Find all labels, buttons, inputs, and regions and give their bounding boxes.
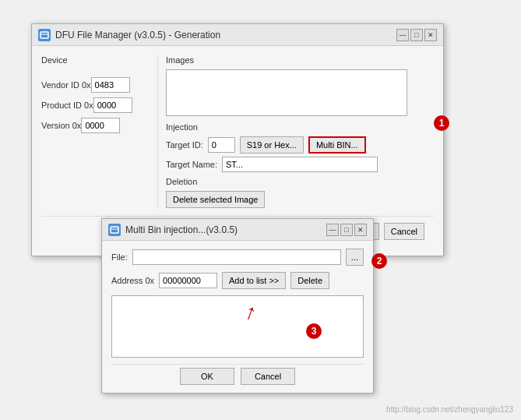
multi-window-title: Multi Bin injection...(v3.0.5)	[125, 224, 322, 235]
add-to-list-button[interactable]: Add to list >>	[222, 272, 286, 289]
badge-1: 1	[434, 115, 449, 131]
browse-button[interactable]: ...	[346, 249, 364, 266]
target-id-row: Target ID: S19 or Hex... Multi BIN...	[166, 136, 434, 154]
vendor-id-row: Vendor ID 0x	[41, 77, 150, 93]
badge-3: 3	[306, 323, 322, 339]
main-close-button[interactable]: ✕	[424, 29, 437, 41]
target-name-row: Target Name:	[166, 157, 434, 172]
delete-selected-button[interactable]: Delete selected Image	[166, 191, 265, 208]
watermark: http://blog.csdn.net/zhengyangliu123	[386, 405, 513, 414]
vendor-id-input[interactable]	[91, 77, 130, 93]
multi-window-content: File: ... Address 0x Add to list >> Dele…	[102, 241, 373, 393]
main-maximize-button[interactable]: □	[410, 29, 423, 41]
multi-close-button[interactable]: ✕	[354, 224, 367, 236]
right-section: Images Injection Target ID: S19 or Hex..…	[166, 55, 434, 208]
main-cancel-button[interactable]: Cancel	[384, 223, 424, 240]
injection-label: Injection	[166, 122, 434, 132]
address-input[interactable]	[159, 273, 217, 288]
svg-rect-0	[40, 32, 48, 38]
target-name-input[interactable]	[222, 157, 378, 172]
multi-bottom-buttons: OK Cancel	[111, 364, 364, 385]
images-label: Images	[166, 55, 434, 65]
address-row: Address 0x Add to list >> Delete	[111, 272, 364, 289]
multi-minimize-button[interactable]: —	[326, 224, 339, 236]
multi-window-icon	[108, 224, 121, 236]
file-input[interactable]	[132, 249, 341, 265]
main-window-title: DFU File Manager (v3.0.5) - Generation	[55, 30, 392, 41]
multi-maximize-button[interactable]: □	[340, 224, 353, 236]
version-row: Version 0x	[41, 118, 150, 133]
main-window-controls: — □ ✕	[396, 29, 437, 41]
delete-button[interactable]: Delete	[290, 272, 329, 289]
multi-title-bar: Multi Bin injection...(v3.0.5) — □ ✕	[102, 219, 373, 241]
product-id-row: Product ID 0x	[41, 97, 150, 113]
target-id-input[interactable]	[208, 137, 235, 153]
main-layout: Device Vendor ID 0x Product ID 0x Versio…	[41, 55, 434, 208]
device-label: Device	[41, 55, 150, 65]
ok-button[interactable]: OK	[180, 368, 234, 385]
deletion-row: Delete selected Image	[166, 191, 434, 208]
multi-window: Multi Bin injection...(v3.0.5) — □ ✕ Fil…	[101, 218, 374, 394]
target-name-label: Target Name:	[166, 160, 217, 169]
product-id-input[interactable]	[93, 97, 132, 113]
main-title-bar: DFU File Manager (v3.0.5) - Generation —…	[32, 24, 443, 46]
vendor-id-label: Vendor ID 0x	[41, 80, 91, 90]
version-label: Version 0x	[41, 121, 81, 130]
main-window-icon	[38, 29, 51, 41]
svg-rect-2	[111, 227, 118, 233]
list-box	[111, 295, 364, 358]
multi-window-controls: — □ ✕	[326, 224, 367, 236]
file-label: File:	[111, 252, 128, 262]
target-id-label: Target ID:	[166, 140, 203, 150]
multi-bin-button[interactable]: Multi BIN...	[308, 136, 366, 154]
main-minimize-button[interactable]: —	[396, 29, 409, 41]
device-section: Device Vendor ID 0x Product ID 0x Versio…	[41, 55, 158, 208]
version-input[interactable]	[81, 118, 120, 133]
deletion-label: Deletion	[166, 177, 434, 186]
cancel-button[interactable]: Cancel	[241, 368, 295, 385]
address-label: Address 0x	[111, 276, 154, 285]
badge-2: 2	[371, 253, 387, 269]
s19-hex-button[interactable]: S19 or Hex...	[240, 136, 304, 154]
file-row: File: ...	[111, 249, 364, 266]
images-box	[166, 69, 407, 116]
product-id-label: Product ID 0x	[41, 101, 93, 110]
